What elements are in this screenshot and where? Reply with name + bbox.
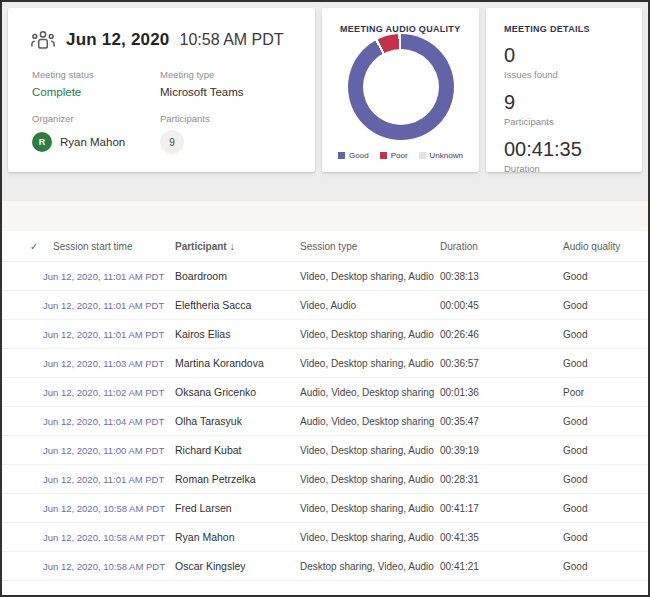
audio-quality-title: MEETING AUDIO QUALITY	[340, 24, 460, 34]
meeting-people-icon	[30, 30, 56, 50]
session-type-cell: Video, Desktop sharing, Audio	[300, 349, 434, 378]
table-row[interactable]: Jun 12, 2020, 11:01 AM PDT Kairos Elias …	[2, 320, 648, 349]
column-header-duration[interactable]: Duration	[440, 231, 478, 262]
participants-label: Participants	[160, 113, 210, 124]
legend-label: Poor	[391, 151, 408, 160]
legend-item: Good	[338, 151, 369, 160]
table-row[interactable]: Jun 12, 2020, 11:03 AM PDT Martina Koran…	[2, 349, 648, 378]
audio-quality-cell: Good	[563, 494, 587, 523]
session-start-time-link[interactable]: Jun 12, 2020, 10:58 AM PDT	[43, 494, 165, 523]
organizer-label: Organizer	[32, 113, 125, 124]
duration-cell: 00:26:46	[440, 320, 479, 349]
audio-quality-cell: Good	[563, 465, 587, 494]
session-start-time-link[interactable]: Jun 12, 2020, 11:01 AM PDT	[43, 262, 164, 291]
session-start-time-link[interactable]: Jun 12, 2020, 10:58 AM PDT	[43, 552, 165, 581]
meeting-status-value: Complete	[32, 86, 94, 98]
duration-label: Duration	[504, 163, 582, 174]
duration-cell: 00:35:47	[440, 407, 479, 436]
issues-found-value: 0	[504, 44, 582, 66]
table-row[interactable]: Jun 12, 2020, 11:01 AM PDT Boardroom Vid…	[2, 262, 648, 291]
column-header-session-start-time[interactable]: Session start time	[53, 231, 132, 262]
session-type-cell: Video, Desktop sharing, Audio	[300, 465, 434, 494]
duration-cell: 00:36:57	[440, 349, 479, 378]
session-start-time-link[interactable]: Jun 12, 2020, 11:01 AM PDT	[43, 320, 164, 349]
participant-cell: Eleftheria Sacca	[175, 291, 251, 320]
participant-cell: Martina Korandova	[175, 349, 264, 378]
audio-quality-cell: Good	[563, 320, 587, 349]
meeting-time: 10:58 AM PDT	[180, 31, 284, 49]
table-row[interactable]: Jun 12, 2020, 11:01 AM PDT Roman Petrzel…	[2, 465, 648, 494]
duration-cell: 00:41:35	[440, 523, 479, 552]
audio-quality-cell: Good	[563, 262, 587, 291]
audio-quality-donut	[348, 34, 454, 140]
duration-cell: 00:41:17	[440, 494, 479, 523]
audio-quality-cell: Good	[563, 552, 587, 581]
table-row[interactable]: Jun 12, 2020, 11:04 AM PDT Olha Tarasyuk…	[2, 407, 648, 436]
meeting-summary-card: Jun 12, 2020 10:58 AM PDT Meeting status…	[8, 8, 315, 172]
column-header-session-type[interactable]: Session type	[300, 231, 357, 262]
table-body: Jun 12, 2020, 11:01 AM PDT Boardroom Vid…	[2, 262, 648, 581]
session-type-cell: Desktop sharing, Video, Audio	[300, 552, 434, 581]
session-type-cell: Video, Desktop sharing, Audio	[300, 523, 434, 552]
table-row[interactable]: Jun 12, 2020, 11:01 AM PDT Eleftheria Sa…	[2, 291, 648, 320]
session-start-time-link[interactable]: Jun 12, 2020, 11:04 AM PDT	[43, 407, 164, 436]
participant-cell: Ryan Mahon	[175, 523, 235, 552]
table-toolbar	[2, 201, 648, 231]
column-header-participant[interactable]: Participant↓	[175, 231, 235, 262]
session-start-time-link[interactable]: Jun 12, 2020, 11:01 AM PDT	[43, 465, 164, 494]
table-row[interactable]: Jun 12, 2020, 10:58 AM PDT Oscar Kingsle…	[2, 552, 648, 581]
audio-quality-cell: Good	[563, 407, 587, 436]
audio-quality-card: MEETING AUDIO QUALITY Good Poor Unknown	[322, 8, 479, 172]
sessions-table: ✓ Session start time Participant↓ Sessio…	[2, 201, 648, 595]
sort-descending-icon: ↓	[230, 241, 235, 252]
field-meeting-type: Meeting type Microsoft Teams	[160, 69, 244, 98]
legend-item: Poor	[380, 151, 408, 160]
field-meeting-status: Meeting status Complete	[32, 69, 94, 98]
participant-cell: Oscar Kingsley	[175, 552, 246, 581]
session-start-time-link[interactable]: Jun 12, 2020, 11:03 AM PDT	[43, 349, 164, 378]
duration-cell: 00:00:45	[440, 291, 479, 320]
table-row[interactable]: Jun 12, 2020, 11:00 AM PDT Richard Kubat…	[2, 436, 648, 465]
audio-quality-cell: Poor	[563, 378, 584, 407]
participants-count-badge: 9	[160, 130, 184, 154]
participant-cell: Roman Petrzelka	[175, 465, 256, 494]
session-start-time-link[interactable]: Jun 12, 2020, 11:02 AM PDT	[43, 378, 164, 407]
meeting-header: Jun 12, 2020 10:58 AM PDT	[30, 30, 284, 50]
table-row[interactable]: Jun 12, 2020, 10:58 AM PDT Fred Larsen V…	[2, 494, 648, 523]
session-type-cell: Video, Audio	[300, 291, 356, 320]
participants-value: 9	[504, 91, 582, 113]
participant-cell: Olha Tarasyuk	[175, 407, 242, 436]
meeting-details-card: MEETING DETAILS 0 Issues found 9 Partici…	[486, 8, 642, 172]
meeting-details-stats: 0 Issues found 9 Participants 00:41:35 D…	[504, 44, 582, 185]
meeting-date: Jun 12, 2020	[66, 30, 170, 50]
table-row[interactable]: Jun 12, 2020, 10:58 AM PDT Ryan Mahon Vi…	[2, 523, 648, 552]
audio-quality-cell: Good	[563, 349, 587, 378]
column-header-audio-quality[interactable]: Audio quality	[563, 231, 620, 262]
meeting-report-window: Jun 12, 2020 10:58 AM PDT Meeting status…	[0, 0, 650, 597]
session-type-cell: Video, Desktop sharing, Audio	[300, 436, 434, 465]
legend-swatch	[338, 152, 345, 159]
legend-label: Good	[349, 151, 369, 160]
duration-cell: 00:38:13	[440, 262, 479, 291]
session-type-cell: Video, Desktop sharing, Audio	[300, 262, 434, 291]
legend-swatch	[419, 152, 426, 159]
audio-quality-legend: Good Poor Unknown	[322, 151, 479, 160]
session-start-time-link[interactable]: Jun 12, 2020, 10:58 AM PDT	[43, 523, 165, 552]
participant-cell: Richard Kubat	[175, 436, 242, 465]
meeting-type-label: Meeting type	[160, 69, 244, 80]
audio-quality-cell: Good	[563, 436, 587, 465]
table-header-row: ✓ Session start time Participant↓ Sessio…	[2, 231, 648, 262]
meeting-details-title: MEETING DETAILS	[504, 24, 590, 34]
duration-cell: 00:28:31	[440, 465, 479, 494]
session-type-cell: Audio, Video, Desktop sharing	[300, 378, 434, 407]
table-row[interactable]: Jun 12, 2020, 11:02 AM PDT Oksana Gricen…	[2, 378, 648, 407]
organizer-name: Ryan Mahon	[60, 136, 125, 148]
duration-cell: 00:01:36	[440, 378, 479, 407]
session-start-time-link[interactable]: Jun 12, 2020, 11:00 AM PDT	[43, 436, 164, 465]
participant-cell: Kairos Elias	[175, 320, 230, 349]
session-start-time-link[interactable]: Jun 12, 2020, 11:01 AM PDT	[43, 291, 164, 320]
select-all-check-icon[interactable]: ✓	[30, 231, 38, 262]
duration-cell: 00:41:21	[440, 552, 479, 581]
audio-quality-cell: Good	[563, 523, 587, 552]
session-type-cell: Video, Desktop sharing, Audio	[300, 494, 434, 523]
